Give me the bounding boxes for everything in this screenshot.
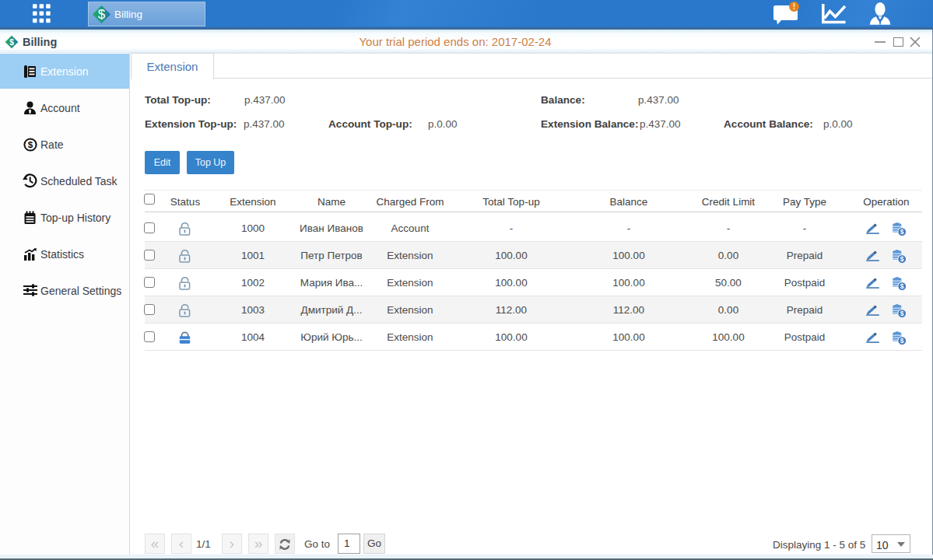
svg-text:$: $: [900, 337, 903, 345]
svg-text:$: $: [900, 228, 903, 236]
svg-text:$: $: [28, 140, 33, 149]
svg-text:$: $: [900, 310, 903, 317]
svg-text:$: $: [98, 7, 106, 22]
svg-text:!: !: [793, 2, 795, 11]
svg-text:$: $: [900, 255, 903, 263]
svg-text:$: $: [900, 282, 903, 290]
